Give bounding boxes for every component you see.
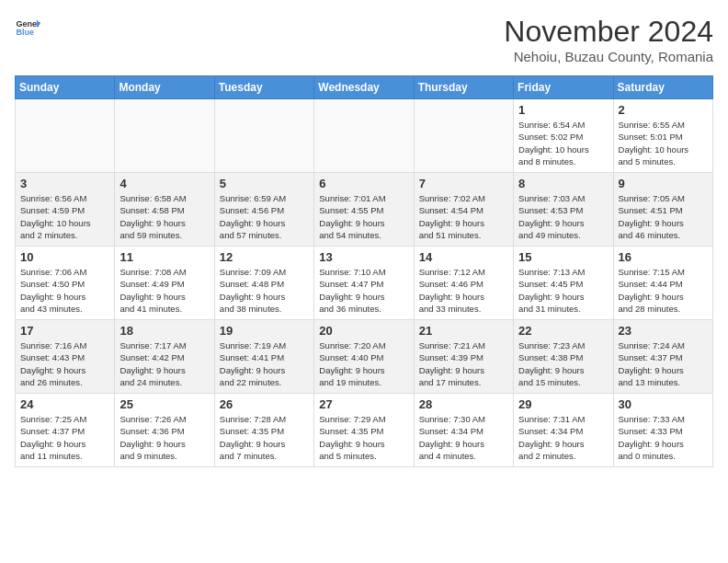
day-info: Sunrise: 7:20 AM Sunset: 4:40 PM Dayligh… — [319, 339, 408, 388]
weekday-header: Thursday — [414, 76, 513, 99]
day-info: Sunrise: 7:02 AM Sunset: 4:54 PM Dayligh… — [419, 192, 508, 241]
day-info: Sunrise: 7:19 AM Sunset: 4:41 PM Dayligh… — [220, 339, 309, 388]
day-number: 1 — [518, 103, 608, 117]
calendar-cell: 4Sunrise: 6:58 AM Sunset: 4:58 PM Daylig… — [115, 173, 214, 247]
calendar-cell: 17Sunrise: 7:16 AM Sunset: 4:43 PM Dayli… — [16, 320, 115, 394]
day-info: Sunrise: 7:03 AM Sunset: 4:53 PM Dayligh… — [518, 192, 608, 241]
day-info: Sunrise: 7:24 AM Sunset: 4:37 PM Dayligh… — [619, 339, 708, 388]
day-info: Sunrise: 7:30 AM Sunset: 4:34 PM Dayligh… — [419, 413, 508, 462]
day-number: 19 — [220, 324, 309, 338]
day-info: Sunrise: 7:33 AM Sunset: 4:33 PM Dayligh… — [619, 413, 708, 462]
day-info: Sunrise: 7:31 AM Sunset: 4:34 PM Dayligh… — [518, 413, 608, 462]
calendar-cell — [214, 99, 313, 173]
day-number: 2 — [619, 103, 708, 117]
day-info: Sunrise: 7:08 AM Sunset: 4:49 PM Dayligh… — [119, 266, 209, 315]
day-info: Sunrise: 7:10 AM Sunset: 4:47 PM Dayligh… — [319, 266, 408, 315]
calendar-cell: 18Sunrise: 7:17 AM Sunset: 4:42 PM Dayli… — [115, 320, 214, 394]
calendar-cell: 20Sunrise: 7:20 AM Sunset: 4:40 PM Dayli… — [314, 320, 414, 394]
calendar-cell: 11Sunrise: 7:08 AM Sunset: 4:49 PM Dayli… — [115, 247, 214, 320]
calendar-cell: 2Sunrise: 6:55 AM Sunset: 5:01 PM Daylig… — [613, 99, 712, 173]
day-info: Sunrise: 7:25 AM Sunset: 4:37 PM Dayligh… — [20, 413, 109, 462]
calendar-cell: 12Sunrise: 7:09 AM Sunset: 4:48 PM Dayli… — [214, 247, 313, 320]
calendar-cell: 25Sunrise: 7:26 AM Sunset: 4:36 PM Dayli… — [115, 394, 214, 467]
day-number: 4 — [119, 177, 209, 190]
page-header: General Blue November 2024 Nehoiu, Buzau… — [15, 15, 713, 64]
calendar-cell: 30Sunrise: 7:33 AM Sunset: 4:33 PM Dayli… — [613, 394, 712, 467]
day-number: 8 — [518, 177, 608, 190]
calendar-cell — [115, 99, 214, 173]
weekday-header: Saturday — [613, 76, 712, 99]
calendar-cell: 6Sunrise: 7:01 AM Sunset: 4:55 PM Daylig… — [314, 173, 414, 247]
day-info: Sunrise: 7:06 AM Sunset: 4:50 PM Dayligh… — [20, 266, 109, 315]
day-number: 7 — [419, 177, 508, 190]
calendar-week-row: 3Sunrise: 6:56 AM Sunset: 4:59 PM Daylig… — [16, 173, 713, 247]
calendar-cell: 27Sunrise: 7:29 AM Sunset: 4:35 PM Dayli… — [314, 394, 414, 467]
day-info: Sunrise: 6:56 AM Sunset: 4:59 PM Dayligh… — [20, 192, 109, 241]
weekday-header: Sunday — [16, 76, 115, 99]
day-number: 30 — [619, 397, 708, 411]
calendar-cell: 5Sunrise: 6:59 AM Sunset: 4:56 PM Daylig… — [214, 173, 313, 247]
calendar-cell: 13Sunrise: 7:10 AM Sunset: 4:47 PM Dayli… — [314, 247, 414, 320]
calendar-cell: 23Sunrise: 7:24 AM Sunset: 4:37 PM Dayli… — [613, 320, 712, 394]
day-info: Sunrise: 7:12 AM Sunset: 4:46 PM Dayligh… — [419, 266, 508, 315]
day-info: Sunrise: 6:59 AM Sunset: 4:56 PM Dayligh… — [220, 192, 309, 241]
calendar-header-row: SundayMondayTuesdayWednesdayThursdayFrid… — [16, 76, 713, 99]
day-info: Sunrise: 7:29 AM Sunset: 4:35 PM Dayligh… — [319, 413, 408, 462]
calendar-subtitle: Nehoiu, Buzau County, Romania — [504, 49, 713, 64]
day-number: 17 — [20, 324, 109, 338]
weekday-header: Wednesday — [314, 76, 414, 99]
calendar-cell: 14Sunrise: 7:12 AM Sunset: 4:46 PM Dayli… — [414, 247, 513, 320]
calendar-week-row: 1Sunrise: 6:54 AM Sunset: 5:02 PM Daylig… — [16, 99, 713, 173]
day-info: Sunrise: 7:09 AM Sunset: 4:48 PM Dayligh… — [220, 266, 309, 315]
calendar-week-row: 17Sunrise: 7:16 AM Sunset: 4:43 PM Dayli… — [16, 320, 713, 394]
calendar-cell: 8Sunrise: 7:03 AM Sunset: 4:53 PM Daylig… — [514, 173, 613, 247]
day-number: 3 — [20, 177, 109, 190]
day-number: 24 — [20, 397, 109, 411]
calendar-cell: 10Sunrise: 7:06 AM Sunset: 4:50 PM Dayli… — [16, 247, 115, 320]
calendar-cell: 15Sunrise: 7:13 AM Sunset: 4:45 PM Dayli… — [514, 247, 613, 320]
calendar-week-row: 10Sunrise: 7:06 AM Sunset: 4:50 PM Dayli… — [16, 247, 713, 320]
day-info: Sunrise: 6:55 AM Sunset: 5:01 PM Dayligh… — [619, 119, 708, 167]
day-info: Sunrise: 6:58 AM Sunset: 4:58 PM Dayligh… — [119, 192, 209, 241]
calendar-cell: 7Sunrise: 7:02 AM Sunset: 4:54 PM Daylig… — [414, 173, 513, 247]
calendar-cell — [16, 99, 115, 173]
calendar-cell: 24Sunrise: 7:25 AM Sunset: 4:37 PM Dayli… — [16, 394, 115, 467]
day-number: 28 — [419, 397, 508, 411]
weekday-header: Monday — [115, 76, 214, 99]
calendar-title: November 2024 — [504, 15, 713, 49]
calendar-cell: 9Sunrise: 7:05 AM Sunset: 4:51 PM Daylig… — [613, 173, 712, 247]
day-number: 20 — [319, 324, 408, 338]
svg-text:Blue: Blue — [16, 28, 34, 37]
day-number: 14 — [419, 250, 508, 264]
day-number: 29 — [518, 397, 608, 411]
day-number: 21 — [419, 324, 508, 338]
day-info: Sunrise: 7:26 AM Sunset: 4:36 PM Dayligh… — [119, 413, 209, 462]
logo: General Blue — [15, 15, 40, 40]
calendar-week-row: 24Sunrise: 7:25 AM Sunset: 4:37 PM Dayli… — [16, 394, 713, 467]
day-info: Sunrise: 7:13 AM Sunset: 4:45 PM Dayligh… — [518, 266, 608, 315]
weekday-header: Friday — [514, 76, 613, 99]
calendar-cell — [414, 99, 513, 173]
day-info: Sunrise: 7:21 AM Sunset: 4:39 PM Dayligh… — [419, 339, 508, 388]
day-number: 16 — [619, 250, 708, 264]
day-info: Sunrise: 7:01 AM Sunset: 4:55 PM Dayligh… — [319, 192, 408, 241]
calendar-cell: 28Sunrise: 7:30 AM Sunset: 4:34 PM Dayli… — [414, 394, 513, 467]
day-number: 25 — [119, 397, 209, 411]
day-info: Sunrise: 6:54 AM Sunset: 5:02 PM Dayligh… — [518, 119, 608, 167]
day-number: 10 — [20, 250, 109, 264]
calendar-cell: 29Sunrise: 7:31 AM Sunset: 4:34 PM Dayli… — [514, 394, 613, 467]
day-number: 6 — [319, 177, 408, 190]
title-section: November 2024 Nehoiu, Buzau County, Roma… — [504, 15, 713, 64]
day-number: 23 — [619, 324, 708, 338]
calendar-cell: 21Sunrise: 7:21 AM Sunset: 4:39 PM Dayli… — [414, 320, 513, 394]
day-number: 15 — [518, 250, 608, 264]
calendar-cell: 19Sunrise: 7:19 AM Sunset: 4:41 PM Dayli… — [214, 320, 313, 394]
day-info: Sunrise: 7:23 AM Sunset: 4:38 PM Dayligh… — [518, 339, 608, 388]
day-number: 22 — [518, 324, 608, 338]
day-info: Sunrise: 7:16 AM Sunset: 4:43 PM Dayligh… — [20, 339, 109, 388]
day-info: Sunrise: 7:28 AM Sunset: 4:35 PM Dayligh… — [220, 413, 309, 462]
calendar-table: SundayMondayTuesdayWednesdayThursdayFrid… — [15, 75, 713, 467]
day-number: 18 — [119, 324, 209, 338]
day-number: 12 — [220, 250, 309, 264]
calendar-cell: 3Sunrise: 6:56 AM Sunset: 4:59 PM Daylig… — [16, 173, 115, 247]
